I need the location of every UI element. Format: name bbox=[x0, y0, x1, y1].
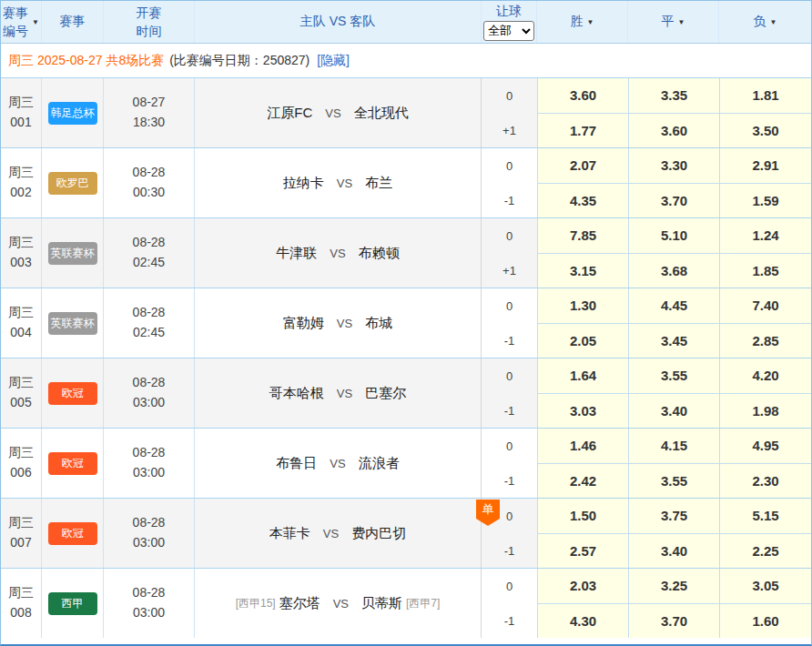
odds-win-line1[interactable]: 2.57 bbox=[538, 534, 628, 569]
match-number: 007 bbox=[10, 533, 31, 553]
handicap-line-0: 0 bbox=[482, 78, 537, 113]
odds-lose-line0[interactable]: 2.91 bbox=[720, 148, 811, 184]
competition-badge[interactable]: 欧罗巴 bbox=[48, 172, 97, 195]
odds-draw-line1[interactable]: 3.70 bbox=[629, 604, 719, 639]
odds-draw-line0[interactable]: 3.35 bbox=[629, 78, 719, 114]
odds-lose-line0[interactable]: 4.95 bbox=[720, 429, 811, 464]
odds-win-line0[interactable]: 1.64 bbox=[538, 358, 628, 394]
handicap-filter-select[interactable]: 全部 bbox=[483, 21, 534, 41]
odds-win-line0[interactable]: 1.50 bbox=[538, 499, 628, 534]
home-team[interactable]: 哥本哈根 bbox=[269, 385, 324, 402]
odds-lose-line1[interactable]: 2.25 bbox=[720, 534, 811, 569]
home-team[interactable]: 本菲卡 bbox=[269, 525, 310, 542]
competition-badge[interactable]: 英联赛杯 bbox=[48, 242, 97, 265]
odds-draw-line0[interactable]: 3.30 bbox=[629, 148, 719, 184]
competition-badge[interactable]: 欧冠 bbox=[48, 382, 97, 405]
match-date: 08-27 bbox=[133, 93, 166, 113]
header-draw[interactable]: 平 ▼ bbox=[628, 1, 719, 43]
odds-win-line1[interactable]: 3.03 bbox=[538, 394, 628, 429]
home-team[interactable]: 塞尔塔 bbox=[279, 595, 320, 612]
win-odds-column: 2.03 4.30 bbox=[537, 569, 628, 638]
away-team[interactable]: 巴塞尔 bbox=[365, 385, 406, 402]
away-team[interactable]: 费内巴切 bbox=[351, 525, 406, 542]
odds-win-line0[interactable]: 7.85 bbox=[538, 218, 628, 254]
handicap-cell: 单 0 -1 bbox=[482, 499, 537, 568]
odds-draw-line1[interactable]: 3.60 bbox=[629, 114, 719, 148]
header-lose-label: 负 bbox=[754, 14, 766, 30]
competition-badge[interactable]: 英联赛杯 bbox=[48, 312, 97, 335]
competition-badge[interactable]: 韩足总杯 bbox=[48, 102, 97, 125]
odds-draw-line1[interactable]: 3.55 bbox=[629, 464, 719, 499]
competition-badge[interactable]: 欧冠 bbox=[48, 522, 97, 545]
away-team[interactable]: 贝蒂斯 bbox=[361, 595, 402, 612]
odds-win-line0[interactable]: 2.03 bbox=[538, 569, 628, 604]
odds-win-line1[interactable]: 2.05 bbox=[538, 324, 628, 358]
draw-odds-column: 3.75 3.40 bbox=[628, 499, 719, 568]
away-team[interactable]: 流浪者 bbox=[359, 455, 400, 472]
odds-lose-line0[interactable]: 7.40 bbox=[720, 288, 811, 324]
odds-lose-line0[interactable]: 3.05 bbox=[720, 569, 811, 604]
odds-draw-line0[interactable]: 4.45 bbox=[629, 288, 719, 324]
odds-win-line0[interactable]: 3.60 bbox=[538, 78, 628, 114]
odds-draw-line1[interactable]: 3.70 bbox=[629, 184, 719, 218]
odds-win-line0[interactable]: 2.07 bbox=[538, 148, 628, 184]
competition-cell: 欧罗巴 bbox=[42, 148, 104, 217]
odds-lose-line1[interactable]: 3.50 bbox=[720, 114, 811, 148]
odds-lose-line1[interactable]: 1.85 bbox=[720, 254, 811, 288]
odds-lose-line0[interactable]: 1.81 bbox=[720, 78, 811, 114]
odds-draw-line0[interactable]: 3.75 bbox=[629, 499, 719, 534]
home-team[interactable]: 富勒姆 bbox=[283, 315, 324, 332]
odds-win-line0[interactable]: 1.30 bbox=[538, 288, 628, 324]
handicap-cell: 0 -1 bbox=[482, 429, 537, 498]
vs-label: VS bbox=[323, 527, 339, 540]
odds-draw-line0[interactable]: 5.10 bbox=[629, 218, 719, 254]
match-id: 周三 001 bbox=[1, 78, 42, 147]
home-team[interactable]: 江原FC bbox=[267, 105, 312, 122]
odds-lose-line0[interactable]: 5.15 bbox=[720, 499, 811, 534]
odds-draw-line0[interactable]: 3.55 bbox=[629, 358, 719, 394]
away-team[interactable]: 全北现代 bbox=[354, 105, 409, 122]
odds-draw-line0[interactable]: 3.25 bbox=[629, 569, 719, 604]
odds-win-line1[interactable]: 3.15 bbox=[538, 254, 628, 288]
odds-lose-line1[interactable]: 1.60 bbox=[720, 604, 811, 639]
header-lose[interactable]: 负 ▼ bbox=[719, 1, 811, 43]
odds-draw-line1[interactable]: 3.45 bbox=[629, 324, 719, 358]
odds-draw-line1[interactable]: 3.40 bbox=[629, 394, 719, 429]
competition-cell: 韩足总杯 bbox=[42, 78, 104, 147]
odds-lose-line1[interactable]: 2.30 bbox=[720, 464, 811, 499]
home-team[interactable]: 牛津联 bbox=[276, 245, 317, 262]
home-team[interactable]: 布鲁日 bbox=[276, 455, 317, 472]
match-number: 008 bbox=[10, 603, 31, 623]
odds-win-line1[interactable]: 1.77 bbox=[538, 114, 628, 148]
match-row: 周三 005 欧冠 08-28 03:00 哥本哈根 VS 巴塞尔 0 -1 1… bbox=[1, 358, 811, 428]
odds-win-line1[interactable]: 4.30 bbox=[538, 604, 628, 639]
match-date: 08-28 bbox=[133, 443, 166, 463]
away-team[interactable]: 布赖顿 bbox=[359, 245, 400, 262]
header-match-id[interactable]: 赛事 编号 ▼ bbox=[1, 1, 42, 43]
sort-caret-icon: ▼ bbox=[32, 18, 39, 26]
odds-draw-line1[interactable]: 3.68 bbox=[629, 254, 719, 288]
odds-win-line0[interactable]: 1.46 bbox=[538, 429, 628, 464]
odds-win-line1[interactable]: 4.35 bbox=[538, 184, 628, 218]
odds-draw-line1[interactable]: 3.40 bbox=[629, 534, 719, 569]
competition-cell: 英联赛杯 bbox=[42, 218, 104, 288]
odds-lose-line1[interactable]: 1.98 bbox=[720, 394, 811, 429]
competition-badge[interactable]: 欧冠 bbox=[48, 452, 97, 475]
odds-draw-line0[interactable]: 4.15 bbox=[629, 429, 719, 464]
header-win[interactable]: 胜 ▼ bbox=[537, 1, 628, 43]
odds-win-line1[interactable]: 2.42 bbox=[538, 464, 628, 499]
away-team[interactable]: 布兰 bbox=[365, 175, 392, 192]
teams-cell: [西甲15] 塞尔塔 VS 贝蒂斯 [西甲7] bbox=[195, 569, 482, 638]
competition-badge[interactable]: 西甲 bbox=[48, 592, 97, 615]
match-number: 002 bbox=[10, 183, 31, 203]
odds-lose-line1[interactable]: 2.85 bbox=[720, 324, 811, 358]
odds-lose-line0[interactable]: 4.20 bbox=[720, 358, 811, 394]
teams-cell: 本菲卡 VS 费内巴切 bbox=[195, 499, 482, 568]
away-team[interactable]: 布城 bbox=[365, 315, 392, 332]
match-id: 周三 005 bbox=[1, 358, 42, 428]
odds-lose-line1[interactable]: 1.59 bbox=[720, 184, 811, 218]
odds-lose-line0[interactable]: 1.24 bbox=[720, 218, 811, 254]
hide-link[interactable]: [隐藏] bbox=[317, 53, 350, 69]
home-team[interactable]: 拉纳卡 bbox=[283, 175, 324, 192]
win-odds-column: 1.30 2.05 bbox=[537, 288, 628, 358]
